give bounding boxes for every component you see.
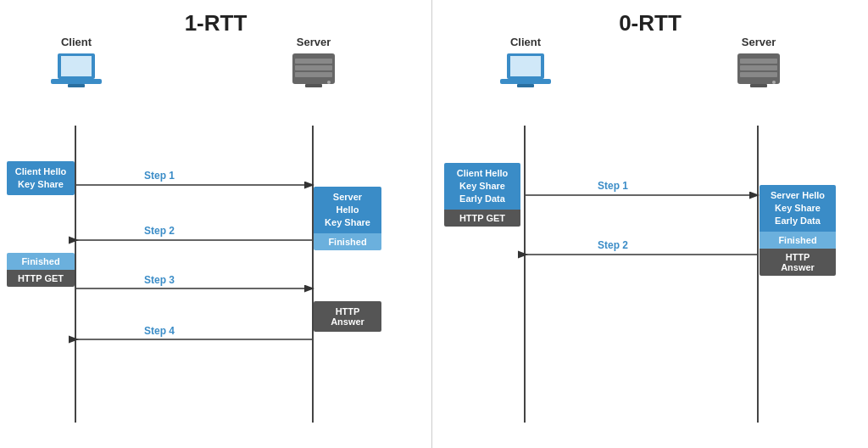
diagram-container: 1-RTT Client Server [0, 0, 868, 448]
msg-text-client-hello-line2: Key Share [18, 179, 64, 189]
msg-text-http-line1: HTTP [336, 306, 360, 316]
msg-text-server-finished: Finished [328, 237, 366, 247]
timeline-0rtt-server [757, 126, 759, 423]
msg-text-0rtt-server-hello-l1: Server Hello [771, 190, 825, 200]
step4-label-1rtt: Step 4 [144, 325, 175, 337]
msg-text-0rtt-client-httpget: HTTP GET [459, 213, 505, 223]
step1-label-1rtt: Step 1 [144, 170, 175, 182]
msg-text-server-hello-line1: Server Hello [333, 192, 362, 215]
msg-text-client-finished: Finished [21, 256, 59, 266]
actor-label-0rtt-client: Client [510, 36, 541, 48]
msg-1rtt-client-finished: Finished HTTP GET [7, 253, 75, 287]
svg-rect-3 [68, 84, 85, 87]
msg-text-server-hello-line2: Key Share [325, 217, 370, 227]
msg-1rtt-client-hello: Client Hello Key Share [7, 161, 75, 195]
msg-text-0rtt-client-hello-l2: Key Share [459, 181, 505, 191]
step2-label-0rtt: Step 2 [598, 239, 628, 251]
timeline-1rtt-client [75, 126, 76, 423]
svg-rect-2 [51, 79, 102, 84]
section-0rtt: 0-RTT Client Server [432, 0, 868, 448]
svg-rect-15 [510, 56, 541, 76]
step1-label-0rtt: Step 1 [598, 180, 628, 192]
actor-label-0rtt-server: Server [742, 36, 776, 48]
msg-text-0rtt-server-finished: Finished [778, 235, 816, 245]
svg-rect-6 [295, 65, 332, 70]
msg-text-0rtt-server-hello-l3: Early Data [775, 216, 821, 226]
msg-text-client-httpget: HTTP GET [18, 273, 64, 283]
msg-1rtt-server-hello: Server Hello Key Share Finished [314, 187, 381, 250]
msg-text-0rtt-server-http-l2: Answer [781, 262, 815, 272]
svg-rect-19 [740, 59, 777, 64]
msg-text-0rtt-server-http-l1: HTTP [786, 252, 810, 262]
laptop-icon-1rtt [51, 52, 102, 89]
msg-0rtt-client-hello: Client Hello Key Share Early Data HTTP G… [444, 163, 520, 227]
actor-label-1rtt-client: Client [61, 36, 92, 48]
svg-rect-17 [517, 84, 534, 87]
svg-rect-20 [740, 65, 777, 70]
svg-point-8 [327, 81, 331, 84]
laptop-icon-0rtt [500, 52, 551, 89]
step3-label-1rtt: Step 3 [144, 274, 175, 286]
actor-label-1rtt-server: Server [297, 36, 331, 48]
timeline-0rtt-client [524, 126, 526, 423]
svg-rect-1 [61, 56, 92, 76]
msg-0rtt-server-hello: Server Hello Key Share Early Data Finish… [760, 185, 836, 276]
msg-text-client-hello-line1: Client Hello [15, 166, 67, 176]
step2-label-1rtt: Step 2 [144, 225, 175, 237]
svg-rect-9 [305, 84, 322, 87]
server-icon-1rtt [288, 52, 339, 89]
timeline-1rtt-server [312, 126, 314, 423]
title-1rtt: 1-RTT [185, 10, 248, 36]
svg-point-22 [772, 81, 776, 84]
msg-1rtt-http-answer: HTTP Answer [314, 301, 381, 332]
msg-text-0rtt-client-hello-l3: Early Data [459, 193, 505, 204]
msg-text-0rtt-server-hello-l2: Key Share [775, 203, 821, 213]
svg-rect-21 [740, 72, 777, 77]
svg-rect-7 [295, 72, 332, 77]
section-1rtt: 1-RTT Client Server [0, 0, 432, 448]
msg-text-http-line2: Answer [331, 316, 364, 327]
title-0rtt: 0-RTT [619, 10, 682, 36]
svg-rect-16 [500, 79, 551, 84]
svg-rect-23 [750, 84, 767, 87]
msg-text-0rtt-client-hello-l1: Client Hello [457, 168, 509, 178]
server-icon-0rtt [733, 52, 784, 89]
svg-rect-5 [295, 59, 332, 64]
